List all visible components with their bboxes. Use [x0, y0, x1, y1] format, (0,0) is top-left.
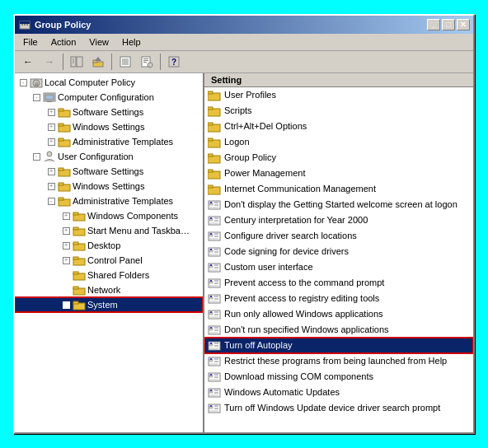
- tree-item-admin-templates-1[interactable]: + Administrative Templates: [15, 134, 203, 149]
- detail-row[interactable]: User Profiles: [204, 87, 473, 103]
- detail-row[interactable]: Scripts: [204, 103, 473, 119]
- tree-item-system[interactable]: + System: [15, 297, 203, 312]
- close-button[interactable]: ✕: [457, 19, 470, 30]
- windows-components-expander[interactable]: +: [59, 209, 73, 222]
- folder-settings-icon: [208, 183, 221, 196]
- software-settings-2-expander[interactable]: +: [45, 165, 58, 178]
- up-one-level-button[interactable]: [88, 53, 108, 71]
- policy-item-icon: [208, 245, 221, 259]
- detail-row-label: Internet Communication Management: [224, 182, 376, 196]
- detail-row-label: Don't display the Getting Started welcom…: [224, 198, 458, 212]
- toolbar: ← →: [15, 51, 473, 73]
- tree-item-network[interactable]: + Network: [15, 282, 203, 297]
- folder-settings-icon: [208, 105, 221, 118]
- detail-row[interactable]: Ctrl+Alt+Del Options: [204, 119, 473, 134]
- tree-item-windows-settings-1[interactable]: + Windows Settings: [15, 119, 203, 134]
- detail-row[interactable]: Windows Automatic Updates: [204, 385, 473, 400]
- admin-templates-1-expander[interactable]: +: [45, 135, 58, 148]
- back-button[interactable]: ←: [18, 53, 38, 71]
- detail-row-label: Run only allowed Windows applications: [224, 307, 383, 321]
- detail-row[interactable]: Download missing COM components: [204, 369, 473, 385]
- forward-button[interactable]: →: [40, 53, 59, 71]
- svg-rect-4: [26, 24, 28, 26]
- svg-point-38: [47, 152, 52, 156]
- properties-button[interactable]: i: [137, 53, 157, 71]
- menu-action[interactable]: Action: [46, 35, 82, 49]
- windows-settings-1-expander[interactable]: +: [45, 120, 58, 133]
- help-button[interactable]: ?: [164, 53, 184, 71]
- detail-row[interactable]: Don't run specified Windows applications: [204, 322, 473, 338]
- admin-templates-2-expander[interactable]: -: [45, 194, 58, 208]
- detail-row[interactable]: Turn off Autoplay: [204, 338, 473, 353]
- control-panel-expander[interactable]: +: [59, 254, 73, 267]
- tree-item-software-settings-1[interactable]: + Software Settings: [15, 105, 203, 119]
- svg-rect-50: [73, 242, 78, 245]
- detail-row[interactable]: Turn off Windows Update device driver se…: [204, 400, 473, 416]
- svg-rect-70: [208, 170, 213, 172]
- detail-row[interactable]: Prevent access to the command prompt: [204, 275, 473, 291]
- tree-item-user-config-label: User Configuration: [58, 150, 134, 163]
- user-config-expander[interactable]: -: [30, 150, 43, 163]
- svg-rect-2: [21, 24, 23, 26]
- svg-rect-35: [59, 124, 63, 126]
- tree-item-computer-config[interactable]: - Computer Configuration: [15, 90, 203, 105]
- system-expander[interactable]: +: [59, 298, 73, 311]
- tree-item-software-settings-2-label: Software Settings: [73, 165, 143, 178]
- svg-rect-58: [73, 301, 78, 304]
- tree-root[interactable]: - 🖥 Local Computer Policy: [15, 75, 203, 90]
- folder-icon-sm: [73, 224, 86, 237]
- menu-file[interactable]: File: [18, 35, 43, 49]
- detail-row[interactable]: Logon: [204, 134, 473, 150]
- detail-row[interactable]: Run only allowed Windows applications: [204, 306, 473, 322]
- policy-item-icon: [208, 230, 221, 243]
- tree-item-computer-config-label: Computer Configuration: [58, 91, 154, 104]
- tree-item-admin-templates-2[interactable]: - Administrative Templates: [15, 194, 203, 208]
- desktop-expander[interactable]: +: [59, 239, 73, 252]
- show-hide-tree-button[interactable]: [67, 53, 87, 71]
- tree-item-windows-components[interactable]: + Windows Components: [15, 208, 203, 223]
- folder-icon-at1: [58, 135, 71, 148]
- detail-row-label: User Profiles: [224, 88, 276, 102]
- detail-row[interactable]: Custom user interface: [204, 259, 473, 275]
- svg-rect-60: [208, 91, 213, 94]
- svg-text:🖥: 🖥: [34, 81, 40, 86]
- svg-rect-21: [143, 62, 147, 63]
- detail-row-label: Power Management: [224, 166, 305, 180]
- detail-row[interactable]: Don't display the Getting Started welcom…: [204, 197, 473, 212]
- windows-settings-2-expander[interactable]: +: [45, 180, 58, 193]
- svg-rect-48: [73, 227, 78, 230]
- detail-row[interactable]: Century interpretation for Year 2000: [204, 212, 473, 228]
- svg-rect-52: [73, 257, 78, 259]
- svg-point-84: [210, 217, 212, 219]
- folder-icon-at2: [58, 194, 71, 208]
- detail-row[interactable]: Code signing for device drivers: [204, 244, 473, 259]
- svg-point-102: [210, 264, 212, 266]
- detail-row[interactable]: Power Management: [204, 166, 473, 181]
- menu-help[interactable]: Help: [117, 35, 146, 49]
- detail-row[interactable]: Configure driver search locations: [204, 228, 473, 244]
- folder-icon-dt: [73, 239, 86, 252]
- tree-item-desktop[interactable]: + Desktop: [15, 238, 203, 253]
- tree-item-control-panel[interactable]: + Control Panel: [15, 253, 203, 268]
- menu-bar: File Action View Help: [15, 34, 473, 51]
- folder-icon-net: [73, 283, 86, 296]
- tree-item-user-config[interactable]: - User Configuration: [15, 149, 203, 164]
- tree-item-software-settings-2[interactable]: + Software Settings: [15, 164, 203, 179]
- detail-row[interactable]: Prevent access to registry editing tools: [204, 291, 473, 306]
- maximize-button[interactable]: □: [442, 19, 455, 30]
- tree-item-shared-folders[interactable]: + Shared Folders: [15, 268, 203, 282]
- export-list-button[interactable]: [115, 53, 135, 71]
- minimize-button[interactable]: _: [427, 19, 440, 30]
- menu-view[interactable]: View: [84, 35, 114, 49]
- start-menu-expander[interactable]: +: [59, 224, 73, 237]
- svg-point-138: [210, 358, 212, 360]
- detail-row[interactable]: Group Policy: [204, 150, 473, 166]
- software-settings-1-expander[interactable]: +: [45, 105, 58, 119]
- detail-row[interactable]: Restrict these programs from being launc…: [204, 353, 473, 369]
- detail-row[interactable]: Internet Communication Management: [204, 181, 473, 197]
- root-expander[interactable]: -: [16, 76, 30, 89]
- tree-item-start-menu[interactable]: + Start Menu and Taskba…: [15, 223, 203, 238]
- computer-config-expander[interactable]: -: [30, 91, 43, 104]
- tree-item-windows-settings-2[interactable]: + Windows Settings: [15, 179, 203, 194]
- detail-pane: Setting User Profiles Scripts Ctrl+Alt+D…: [204, 73, 473, 432]
